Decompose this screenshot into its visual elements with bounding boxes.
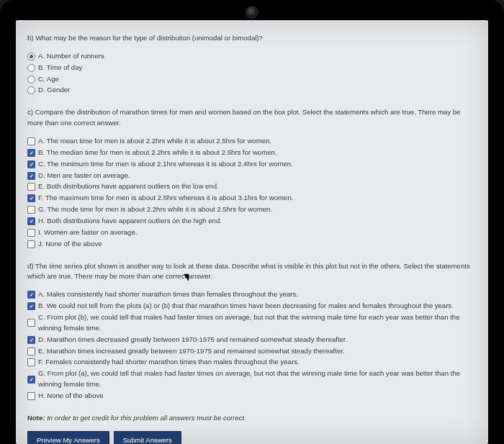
note-text: In order to get credit for this problem … [47,414,246,422]
option-label: J. None of the above [38,239,102,250]
option-label: H. Both distributions have apparent outl… [38,216,222,227]
checkbox-icon[interactable] [27,358,35,366]
option-label: F. The maximum time for men is about 2.5… [38,193,293,204]
question-b-options: A. Number of runners B. Time of day C. A… [27,51,477,96]
checkbox-icon[interactable] [27,160,35,168]
option-d-f[interactable]: F. Females consistently had shorter mara… [27,357,477,368]
checkbox-icon[interactable] [27,336,35,344]
option-c-b[interactable]: B. The median time for men is about 2.2h… [27,148,477,158]
checkbox-icon[interactable] [27,183,35,191]
checkbox-icon[interactable] [27,376,35,384]
button-row: Preview My Answers Submit Answers [27,431,477,444]
checkbox-icon[interactable] [27,149,35,157]
option-d-d[interactable]: D. Marathon times decreased greatly betw… [27,335,477,345]
preview-button[interactable]: Preview My Answers [27,431,109,444]
option-label: I. Women are faster on average. [38,227,137,238]
credit-note: Note: In order to get credit for this pr… [27,413,477,424]
checkbox-icon[interactable] [27,348,35,355]
question-d-prompt: d) The time series plot shown is another… [27,261,477,283]
option-d-a[interactable]: A. Males consistently had shorter marath… [27,289,477,300]
option-label: G. From plot (a), we could tell that mal… [38,368,477,390]
checkbox-icon[interactable] [27,194,35,202]
option-label: A. The mean time for men is about 2.2hrs… [38,136,271,147]
option-c-j[interactable]: J. None of the above [27,239,477,250]
camera-icon [246,6,258,19]
option-c-h[interactable]: H. Both distributions have apparent outl… [27,216,477,227]
checkbox-icon[interactable] [27,217,35,225]
checkbox-icon[interactable] [27,206,35,214]
option-d-g[interactable]: G. From plot (a), we could tell that mal… [27,368,477,390]
option-d-b[interactable]: B. We could not tell from the plots (a) … [27,301,477,312]
option-b-a[interactable]: A. Number of runners [27,51,477,62]
radio-icon[interactable] [27,76,35,83]
option-label: G. The mode time for men is about 2.2hrs… [38,204,272,215]
option-label: C. The minimum time for men is about 2.1… [38,159,293,170]
option-label: E. Both distributions have apparent outl… [38,181,219,192]
radio-icon[interactable] [27,64,35,72]
option-d-c[interactable]: C. From plot (b), we could tell that mal… [27,312,477,334]
option-label: C. From plot (b), we could tell that mal… [38,312,477,334]
question-c-prompt: c) Compare the distribution of marathon … [27,107,477,129]
option-label: E. Marathon times increased greatly betw… [38,346,345,357]
option-b-c[interactable]: C. Age [27,74,477,85]
checkbox-icon[interactable] [27,392,35,400]
radio-icon[interactable] [27,86,35,94]
checkbox-icon[interactable] [27,172,35,180]
submit-button[interactable]: Submit Answers [114,431,181,444]
question-d-options: A. Males consistently had shorter marath… [27,289,477,402]
checkbox-icon[interactable] [27,319,35,327]
option-c-d[interactable]: D. Men are faster on average. [27,171,477,181]
laptop-frame: b) What may be the reason for the type o… [0,0,504,444]
option-label: B. We could not tell from the plots (a) … [38,301,454,312]
option-b-d[interactable]: D. Gender [27,85,477,96]
option-label: B. Time of day [38,63,82,73]
option-label: H. None of the above [38,391,104,402]
option-d-e[interactable]: E. Marathon times increased greatly betw… [27,346,477,357]
note-prefix: Note: [27,414,47,422]
option-label: B. The median time for men is about 2.2h… [38,148,277,158]
checkbox-icon[interactable] [27,137,35,145]
question-c-options: A. The mean time for men is about 2.2hrs… [27,136,477,250]
option-label: D. Gender [38,85,70,96]
option-c-e[interactable]: E. Both distributions have apparent outl… [27,181,477,192]
radio-icon[interactable] [27,53,35,60]
checkbox-icon[interactable] [27,229,35,237]
option-c-f[interactable]: F. The maximum time for men is about 2.5… [27,193,477,204]
option-c-c[interactable]: C. The minimum time for men is about 2.1… [27,159,477,170]
checkbox-icon[interactable] [27,291,35,299]
option-b-b[interactable]: B. Time of day [27,63,477,73]
checkbox-icon[interactable] [27,240,35,248]
option-label: C. Age [38,74,59,85]
option-label: F. Females consistently had shorter mara… [38,357,300,368]
option-d-h[interactable]: H. None of the above [27,391,477,402]
option-c-i[interactable]: I. Women are faster on average. [27,227,477,238]
option-label: A. Number of runners [38,51,104,62]
option-label: A. Males consistently had shorter marath… [38,289,298,300]
checkbox-icon[interactable] [27,302,35,310]
option-c-g[interactable]: G. The mode time for men is about 2.2hrs… [27,204,477,215]
quiz-screen: b) What may be the reason for the type o… [16,20,488,444]
question-b-prompt: b) What may be the reason for the type o… [27,33,477,44]
option-label: D. Marathon times decreased greatly betw… [38,335,347,345]
option-c-a[interactable]: A. The mean time for men is about 2.2hrs… [27,136,477,147]
option-label: D. Men are faster on average. [38,171,130,181]
